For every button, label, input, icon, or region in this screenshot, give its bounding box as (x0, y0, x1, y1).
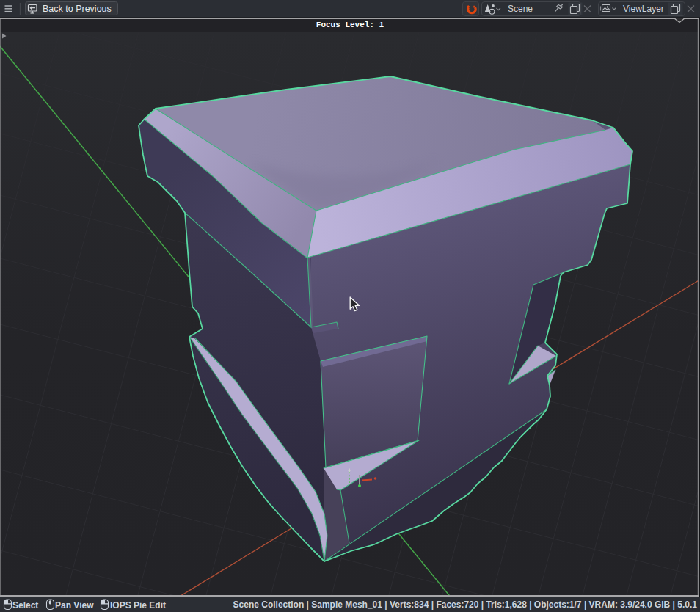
svg-text:Scene: Scene (508, 4, 533, 14)
svg-text:IOPS Pie Edit: IOPS Pie Edit (110, 600, 166, 611)
svg-text:ViewLayer: ViewLayer (623, 4, 664, 14)
svg-text:Select: Select (12, 600, 38, 611)
svg-text:Focus Level: 1: Focus Level: 1 (316, 21, 384, 29)
svg-text:Back to Previous: Back to Previous (43, 4, 112, 14)
svg-text:Pan View: Pan View (55, 600, 94, 611)
